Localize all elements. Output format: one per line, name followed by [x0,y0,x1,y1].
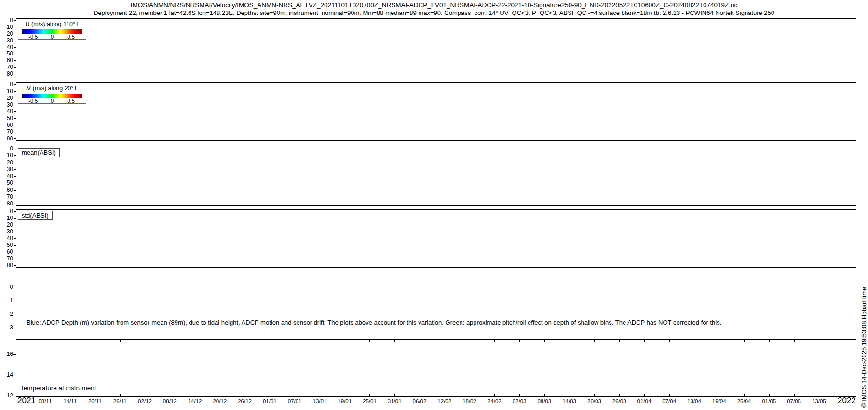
y-tick [14,67,16,68]
x-tick [494,394,495,396]
x-tick [719,394,719,396]
x-tick [494,340,495,342]
depth-tick-label: 80 [0,71,13,77]
x-tick [769,394,770,396]
y-tick [14,211,16,212]
y-tick [14,47,16,48]
depth-tick-label: 80 [0,262,13,268]
depth-tick-label: 20 [0,222,13,228]
colorbar-tick-label: 0.5 [68,98,75,104]
x-tick [694,394,694,396]
x-tick [320,340,320,342]
x-tick [295,340,295,342]
x-tick [195,394,195,396]
std-absi-panel [16,209,856,268]
depth-annotation-text: Blue: ADCP Depth (m) variation from sens… [27,319,721,326]
y-tick [14,245,16,246]
y-tick [13,375,16,375]
x-tick [594,340,595,342]
depth-tick-label: 70 [0,129,13,135]
x-tick [70,394,70,396]
depth-tick-label: 10 [0,215,13,221]
x-tick [594,394,595,396]
x-axis-date-label: 25/01 [363,398,377,404]
x-tick [719,340,719,342]
x-axis-year-end: 2022 [838,396,856,406]
x-tick [570,394,570,396]
x-axis-date-label: 26/03 [612,398,626,404]
x-axis-date-label: 31/01 [388,398,402,404]
x-tick [420,394,420,396]
depth-tick-label: 80 [0,201,13,206]
x-axis-date-label: 24/02 [488,398,502,404]
x-axis-year-start: 2021 [17,396,36,406]
x-axis-date-label: 25/04 [737,398,751,404]
depth-tick-label: 40 [0,235,13,241]
x-tick [519,394,520,396]
v-velocity-panel [16,82,856,141]
temperature-panel [16,339,856,397]
x-tick [769,340,770,342]
x-axis-date-label: 01/05 [762,398,776,404]
x-axis-date-label: 08/03 [537,398,551,404]
x-axis-date-label: 13/01 [313,398,327,404]
depth-tick-label: 50 [0,51,13,56]
temperature-label: Temperature at instrument [20,384,96,392]
depth-tick-label: 60 [0,122,13,128]
y-tick [14,41,16,41]
depth-tick-label: 30 [0,102,13,108]
x-tick [45,340,45,342]
x-tick [819,340,819,342]
x-axis-date-label: 26/11 [113,398,127,404]
x-tick [120,394,121,396]
y-tick [13,287,16,287]
y-tick [14,91,16,92]
std-absi-label: std(ABSI) [18,211,53,220]
mean-absi-panel [16,147,856,206]
depth-tick-label: 0 [0,146,13,151]
y-tick [14,105,16,105]
colorbar-tick-label: 0.5 [68,34,75,40]
x-tick [619,340,620,342]
depth-tick-label: 0 [0,82,13,87]
y-tick [14,218,16,219]
y-tick [13,328,16,328]
y-tick [14,27,16,27]
u-velocity-panel [16,18,856,76]
depth-axis-tick-label: 0 [0,284,13,290]
depth-tick-label: 30 [0,229,13,234]
y-tick [14,84,16,85]
y-tick [14,20,16,21]
x-tick [794,394,795,396]
copyright-vertical-text: © IMOS 14-Dec-2025 19:53:08 Hobart time [860,287,868,408]
x-tick [669,340,670,342]
x-axis-date-label: 14/12 [188,398,202,404]
depth-tick-label: 60 [0,187,13,193]
x-tick [394,340,395,342]
y-tick [13,396,16,396]
x-axis-date-label: 07/05 [787,398,801,404]
x-tick [470,340,470,342]
x-tick [619,394,620,396]
x-axis-date-label: 06/02 [413,398,427,404]
adcp-figure: IMOS/ANMN/NRS/NRSMAI/Velocity/IMOS_ANMN-… [0,0,868,410]
figure-title-line2: Deployment 22, member 1 lat=42.6S lon=14… [0,9,868,16]
y-tick [14,176,16,177]
y-tick [14,265,16,266]
x-tick [170,340,170,342]
x-tick [369,394,370,396]
depth-tick-label: 40 [0,109,13,114]
x-tick [644,340,645,342]
y-tick [14,183,16,183]
depth-tick-label: 10 [0,24,13,30]
depth-tick-label: 20 [0,31,13,37]
depth-axis-tick-label: -3 [0,325,13,330]
depth-tick-label: 50 [0,180,13,186]
depth-tick-label: 20 [0,160,13,165]
y-tick [13,301,16,301]
y-tick [14,60,16,61]
x-tick [245,394,245,396]
temperature-tick-label: 12 [0,393,13,398]
mean-absi-label: mean(ABSI) [18,148,60,157]
x-tick [95,394,95,396]
